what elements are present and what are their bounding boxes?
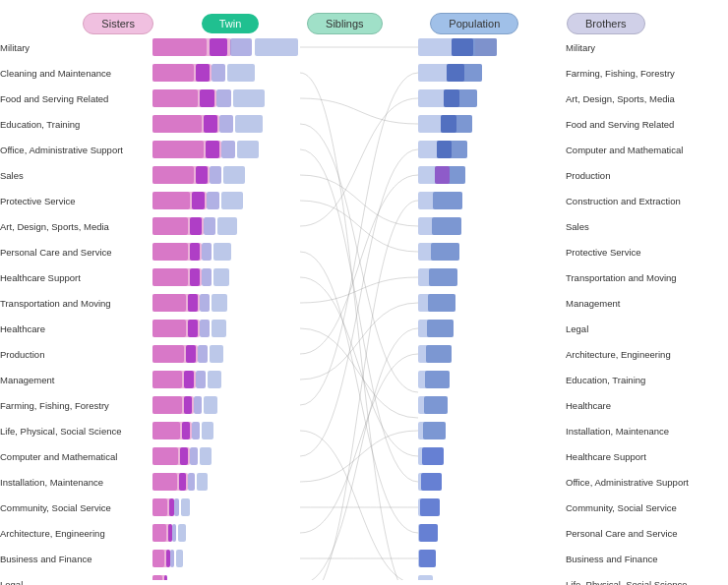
right-label-row: Business and Finance <box>566 546 728 571</box>
svg-rect-113 <box>452 38 473 56</box>
svg-rect-131 <box>433 192 462 209</box>
svg-rect-157 <box>419 524 438 542</box>
svg-rect-29 <box>210 166 221 184</box>
svg-rect-82 <box>152 447 178 465</box>
svg-rect-44 <box>202 243 212 261</box>
svg-rect-34 <box>207 192 219 209</box>
left-label-row: Installation, Maintenance <box>0 469 152 495</box>
svg-rect-103 <box>166 550 170 567</box>
svg-rect-65 <box>210 345 223 363</box>
left-label-row: Farming, Fishing, Forestry <box>0 392 152 418</box>
svg-rect-40 <box>217 217 237 235</box>
svg-rect-5 <box>255 38 298 56</box>
svg-rect-153 <box>421 473 442 491</box>
svg-rect-137 <box>429 268 457 286</box>
svg-rect-99 <box>172 524 176 542</box>
svg-rect-8 <box>196 64 210 82</box>
svg-rect-4 <box>230 38 252 56</box>
svg-rect-104 <box>170 550 174 567</box>
svg-rect-92 <box>152 498 167 516</box>
svg-rect-30 <box>223 166 245 184</box>
left-label-row: Office, Administrative Support <box>0 137 152 162</box>
legend-sisters: Sisters <box>83 13 153 34</box>
left-label-row: Food and Serving Related <box>0 86 152 111</box>
left-label-row: Sales <box>0 162 152 188</box>
svg-rect-143 <box>426 345 452 363</box>
right-label-row: Farming, Fishing, Forestry <box>566 60 728 86</box>
svg-rect-50 <box>213 268 229 286</box>
svg-rect-48 <box>190 268 200 286</box>
svg-rect-24 <box>221 141 235 158</box>
right-label-row: Healthcare Support <box>566 443 728 469</box>
svg-rect-45 <box>213 243 231 261</box>
svg-rect-149 <box>423 422 446 439</box>
svg-rect-22 <box>152 141 204 158</box>
right-label-row: Office, Administrative Support <box>566 469 728 495</box>
svg-rect-79 <box>192 422 200 439</box>
svg-rect-72 <box>152 396 182 414</box>
svg-rect-74 <box>194 396 202 414</box>
right-label-row: Production <box>566 162 728 188</box>
legend-twin: Twin <box>202 14 260 33</box>
right-label-row: Life, Physical, Social Science <box>566 571 728 585</box>
left-label-row: Personal Care and Service <box>0 239 152 264</box>
right-label-row: Sales <box>566 213 728 239</box>
svg-rect-7 <box>152 64 194 82</box>
svg-rect-88 <box>179 473 186 491</box>
svg-rect-105 <box>176 550 183 567</box>
svg-rect-141 <box>427 320 454 337</box>
svg-rect-129 <box>435 166 450 184</box>
left-labels: MilitaryCleaning and MaintenanceFood and… <box>0 34 152 585</box>
left-label-row: Business and Finance <box>0 546 152 571</box>
svg-rect-57 <box>152 320 186 337</box>
svg-rect-55 <box>212 294 227 312</box>
right-label-row: Art, Design, Sports, Media <box>566 86 728 111</box>
right-label-row: Computer and Mathematical <box>566 137 728 162</box>
right-label-row: Protective Service <box>566 239 728 264</box>
left-label-row: Military <box>0 34 152 60</box>
svg-rect-59 <box>200 320 210 337</box>
svg-rect-69 <box>196 371 206 388</box>
svg-rect-139 <box>428 294 455 312</box>
svg-rect-160 <box>418 575 433 580</box>
svg-rect-151 <box>422 447 444 465</box>
svg-rect-94 <box>174 498 179 516</box>
svg-rect-15 <box>233 89 265 107</box>
right-label-row: Transportation and Moving <box>566 264 728 290</box>
svg-rect-64 <box>198 345 208 363</box>
right-labels: MilitaryFarming, Fishing, ForestryArt, D… <box>566 34 728 585</box>
right-label-row: Installation, Maintenance <box>566 418 728 443</box>
svg-rect-28 <box>196 166 208 184</box>
svg-rect-85 <box>200 447 212 465</box>
svg-rect-126 <box>437 141 452 158</box>
left-label-row: Legal <box>0 571 152 585</box>
svg-rect-20 <box>235 115 263 133</box>
svg-rect-12 <box>152 89 198 107</box>
svg-rect-87 <box>152 473 177 491</box>
svg-rect-133 <box>432 217 461 235</box>
svg-rect-33 <box>192 192 205 209</box>
svg-rect-63 <box>186 345 196 363</box>
right-label-row: Architecture, Engineering <box>566 341 728 367</box>
svg-rect-97 <box>152 524 166 542</box>
right-label-row: Personal Care and Service <box>566 520 728 546</box>
svg-rect-73 <box>184 396 192 414</box>
svg-rect-70 <box>208 371 221 388</box>
svg-rect-23 <box>206 141 219 158</box>
right-label-row: Management <box>566 290 728 316</box>
right-label-row: Education, Training <box>566 367 728 392</box>
svg-rect-38 <box>190 217 202 235</box>
left-label-row: Computer and Mathematical <box>0 443 152 469</box>
chart-container: Sisters Twin Siblings Population Brother… <box>0 0 728 585</box>
left-label-row: Healthcare Support <box>0 264 152 290</box>
svg-rect-75 <box>204 396 217 414</box>
svg-rect-2 <box>152 38 207 56</box>
legend-population: Population <box>430 13 518 34</box>
svg-rect-83 <box>180 447 188 465</box>
svg-rect-117 <box>447 64 464 82</box>
svg-rect-54 <box>200 294 210 312</box>
svg-rect-95 <box>181 498 190 516</box>
left-label-row: Production <box>0 341 152 367</box>
svg-rect-98 <box>168 524 172 542</box>
left-label-row: Management <box>0 367 152 392</box>
